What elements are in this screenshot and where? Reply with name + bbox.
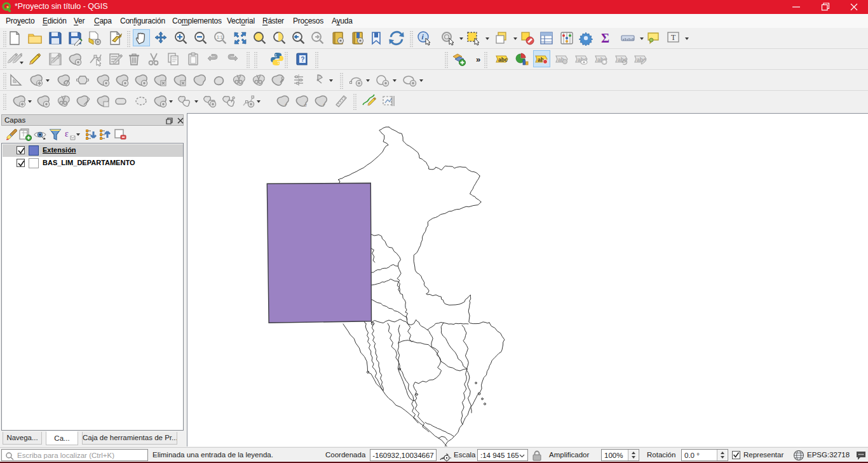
svg-text:Σ: Σ: [601, 31, 609, 45]
svg-text:1:1: 1:1: [217, 35, 223, 39]
svg-text:ε: ε: [65, 129, 69, 138]
svg-text:?: ?: [301, 56, 304, 63]
svg-text:abc: abc: [498, 57, 508, 63]
svg-text:»: »: [476, 55, 480, 64]
svg-text:T: T: [671, 33, 676, 42]
svg-text:d: d: [304, 102, 307, 108]
